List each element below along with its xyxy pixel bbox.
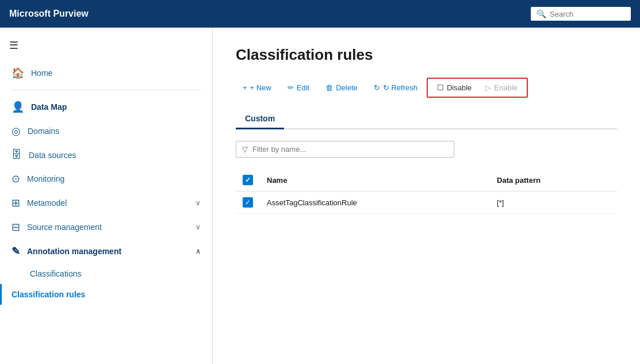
monitoring-icon: ⊙: [12, 173, 20, 185]
metamodel-icon: ⊞: [12, 197, 20, 209]
filter-input[interactable]: [252, 145, 448, 154]
plus-icon: +: [243, 83, 247, 92]
delete-label: Delete: [336, 83, 358, 92]
refresh-label: ↻ Refresh: [383, 83, 417, 92]
new-label: + New: [250, 83, 271, 92]
checkbox-header-cell: ✓: [236, 169, 260, 191]
row-data-pattern: [*]: [490, 191, 617, 214]
chevron-down-icon: ∨: [196, 199, 201, 207]
tabs: Custom: [236, 109, 617, 129]
new-button[interactable]: + + New: [236, 80, 278, 95]
sidebar-item-home[interactable]: 🏠 Home: [0, 61, 212, 85]
column-data-pattern-header: Data pattern: [490, 169, 617, 191]
hamburger-menu[interactable]: ☰: [0, 35, 212, 61]
content-area: Classification rules + + New ✏ Edit 🗑 De…: [213, 28, 640, 364]
edit-button[interactable]: ✏ Edit: [281, 80, 316, 95]
sidebar-item-data-sources[interactable]: 🗄 Data sources: [0, 143, 212, 167]
data-sources-icon: 🗄: [12, 149, 22, 161]
sidebar-item-label: Data sources: [29, 151, 201, 160]
sidebar-item-classifications[interactable]: Classifications: [0, 263, 212, 284]
sidebar-item-label: Source management: [27, 223, 189, 232]
tab-custom[interactable]: Custom: [236, 109, 284, 129]
table-body: ✓ AssetTagClassificationRule [*]: [236, 191, 617, 214]
disable-icon: ☐: [437, 83, 444, 92]
sidebar-item-label: Metamodel: [27, 198, 189, 208]
delete-icon: 🗑: [325, 83, 333, 92]
sidebar-item-label: Data Map: [31, 102, 201, 112]
filter-box[interactable]: ▽: [236, 141, 454, 158]
sidebar-item-monitoring[interactable]: ⊙ Monitoring: [0, 167, 212, 191]
app-title: Microsoft Purview: [9, 9, 531, 19]
domains-icon: ◎: [12, 125, 21, 137]
sidebar-item-annotation-management[interactable]: ✎ Annotation management ∧: [0, 239, 212, 263]
chevron-up-icon: ∧: [196, 247, 201, 255]
search-input[interactable]: [550, 10, 624, 18]
select-all-checkbox[interactable]: ✓: [243, 175, 253, 185]
sidebar-item-data-map[interactable]: 👤 Data Map: [0, 95, 212, 119]
table-header-row: ✓ Name Data pattern: [236, 169, 617, 191]
search-icon: 🔍: [536, 9, 546, 18]
sidebar-item-label: Classification rules: [12, 290, 201, 299]
sidebar-item-metamodel[interactable]: ⊞ Metamodel ∨: [0, 191, 212, 215]
sidebar-item-domains[interactable]: ◎ Domains: [0, 119, 212, 143]
data-table: ✓ Name Data pattern ✓ AssetTagClassifica…: [236, 169, 617, 214]
disable-button[interactable]: ☐ Disable: [430, 80, 478, 95]
top-nav: Microsoft Purview 🔍: [0, 0, 640, 28]
row-checkbox-cell: ✓: [236, 191, 260, 214]
refresh-button[interactable]: ↻ ↻ Refresh: [367, 80, 424, 95]
sidebar-item-label: Monitoring: [27, 174, 201, 183]
sidebar-item-classification-rules[interactable]: Classification rules: [0, 284, 212, 305]
home-icon: 🏠: [12, 67, 24, 79]
toolbar: + + New ✏ Edit 🗑 Delete ↻ ↻ Refresh ☐ Di…: [236, 78, 617, 98]
sidebar-item-source-management[interactable]: ⊟ Source management ∨: [0, 215, 212, 239]
edit-label: Edit: [297, 83, 309, 92]
data-map-icon: 👤: [12, 101, 24, 113]
delete-button[interactable]: 🗑 Delete: [319, 80, 365, 95]
column-name-header: Name: [260, 169, 490, 191]
source-management-icon: ⊟: [12, 221, 20, 233]
sidebar: ☰ 🏠 Home 👤 Data Map ◎ Domains 🗄 Data sou…: [0, 28, 213, 364]
table-row: ✓ AssetTagClassificationRule [*]: [236, 191, 617, 214]
sidebar-item-label: Annotation management: [27, 247, 189, 256]
row-checkbox[interactable]: ✓: [243, 197, 253, 208]
sidebar-item-label: Classifications: [30, 269, 201, 278]
sidebar-item-label: Home: [31, 68, 201, 78]
edit-icon: ✏: [288, 83, 294, 92]
enable-icon: ▷: [485, 83, 491, 92]
page-title: Classification rules: [236, 46, 617, 64]
search-box[interactable]: 🔍: [531, 7, 631, 21]
chevron-down-icon: ∨: [196, 223, 201, 231]
row-name: AssetTagClassificationRule: [260, 191, 490, 214]
sidebar-item-label: Domains: [28, 127, 201, 136]
disable-label: Disable: [447, 83, 472, 92]
enable-label: Enable: [494, 83, 517, 92]
main-layout: ☰ 🏠 Home 👤 Data Map ◎ Domains 🗄 Data sou…: [0, 28, 640, 364]
table-header: ✓ Name Data pattern: [236, 169, 617, 191]
annotation-management-icon: ✎: [12, 245, 20, 258]
filter-icon: ▽: [242, 145, 248, 154]
refresh-icon: ↻: [374, 83, 380, 92]
sidebar-divider: [12, 90, 201, 90]
disable-enable-group: ☐ Disable ▷ Enable: [427, 78, 528, 98]
enable-button[interactable]: ▷ Enable: [478, 80, 524, 95]
